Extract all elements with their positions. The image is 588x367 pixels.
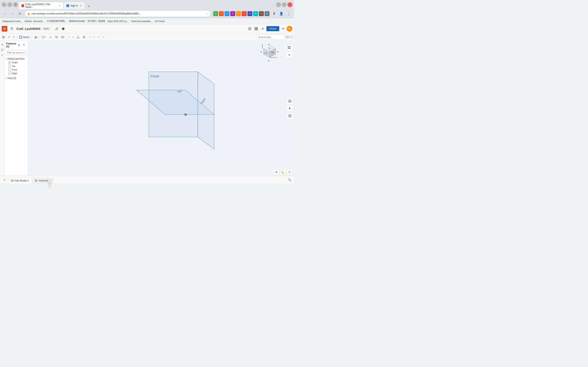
status-btn-3[interactable]: ⓘ <box>287 169 292 175</box>
nav-cube[interactable]: Top Front Right X Z ▲ ▼ ◄ ► <box>261 44 278 60</box>
sidebar-history-btn[interactable]: ⏱ <box>0 53 4 57</box>
share-button[interactable]: Share <box>267 26 279 31</box>
draft-tool[interactable] <box>75 34 81 40</box>
branch-label[interactable]: Main <box>42 27 51 31</box>
ext-9[interactable]: X <box>259 11 264 16</box>
new-tab-button[interactable]: + <box>86 3 92 9</box>
grid-view-icon[interactable] <box>253 26 259 32</box>
svg-point-47 <box>35 180 36 181</box>
tab-part-studio-1[interactable]: Part Studio 1 <box>8 178 31 184</box>
ext-6[interactable]: O <box>242 11 247 16</box>
move-tool[interactable]: ▾ <box>96 34 100 40</box>
tab-sign-in[interactable]: Sign in ✕ <box>64 2 85 9</box>
close-browser-button[interactable]: ✕ <box>287 2 292 7</box>
right-btn-3[interactable] <box>287 113 293 119</box>
ext-3[interactable]: B <box>225 11 229 16</box>
viewport[interactable]: Front Top Right <box>28 41 294 176</box>
features-history-btn[interactable]: ⏱ <box>22 43 26 47</box>
loft-tool[interactable] <box>54 34 60 40</box>
ext-1[interactable]: G <box>213 11 218 16</box>
chamfer-tool[interactable]: ▾ <box>71 34 75 40</box>
features-add-btn[interactable]: ⊞ <box>17 43 21 47</box>
boolean-tool[interactable] <box>60 34 66 40</box>
ext-4[interactable]: E <box>230 11 235 16</box>
bookmark-5[interactable]: 关于我们 - 制造商 <box>87 20 105 23</box>
logo-initial: O <box>3 27 6 30</box>
feature-item-top[interactable]: □ Top <box>4 64 28 68</box>
pattern-tool[interactable]: ▾ <box>89 34 92 40</box>
onshape-logo[interactable]: O <box>2 26 7 32</box>
feature-item-front[interactable]: □ Front <box>4 68 28 72</box>
shell-tool[interactable] <box>81 34 87 40</box>
minimize-button[interactable]: − <box>276 2 281 7</box>
forward-button[interactable]: → <box>7 2 12 7</box>
default-geometry-header[interactable]: ▾ Default geometry <box>4 57 28 60</box>
bookmark-7[interactable]: Turta Documentatio... <box>131 20 152 22</box>
revolve-tool[interactable]: ▾ <box>40 34 47 40</box>
ext-7[interactable]: K <box>247 11 252 16</box>
graduation-icon[interactable]: 🎓 <box>61 26 66 32</box>
tab-close-1[interactable]: ✕ <box>58 4 61 7</box>
right-btn-2[interactable] <box>287 105 293 112</box>
search-tools-input[interactable] <box>256 34 285 40</box>
sidebar-comment-btn[interactable]: 💬 <box>0 48 4 52</box>
cube-nav-up[interactable]: ▲ <box>268 43 270 45</box>
ext-10[interactable]: N <box>265 11 269 16</box>
feature-list-icon[interactable] <box>247 26 252 32</box>
ext-5[interactable]: F <box>236 11 241 16</box>
extrude-tool[interactable]: ▾ <box>33 34 40 40</box>
features-filter-input[interactable] <box>6 50 26 55</box>
fillet-tool[interactable]: ▾ <box>67 34 71 40</box>
view-mode-btn[interactable] <box>286 44 292 51</box>
hamburger-menu[interactable]: ☰ <box>9 26 15 32</box>
tab-close-2[interactable]: ✕ <box>79 4 82 7</box>
reload-button[interactable]: ↻ <box>13 2 18 7</box>
user-avatar[interactable]: CL <box>287 26 292 32</box>
separator-1 <box>17 35 17 39</box>
reload-nav-button[interactable]: ↻ <box>17 11 23 17</box>
svg-rect-13 <box>84 36 85 38</box>
ext-2[interactable]: P <box>219 11 224 16</box>
forward-nav-button[interactable]: → <box>10 11 16 17</box>
bookmark-8[interactable]: K/3 Cloud <box>155 20 164 22</box>
bookmark-2[interactable]: GitHub - Azure/iot... <box>25 20 44 22</box>
sidebar-tools-btn[interactable]: ⊞ <box>0 43 4 46</box>
profile-button[interactable]: 👤 <box>278 11 284 17</box>
cube-nav-right[interactable]: ► <box>277 50 279 53</box>
plus-tool[interactable]: + <box>102 34 105 40</box>
add-tab-button[interactable]: + <box>2 177 7 183</box>
status-btn-1[interactable]: ⊞ <box>274 169 279 175</box>
view-dropdown-btn[interactable]: ▾ <box>286 52 292 58</box>
ext-8[interactable]: D <box>253 11 258 16</box>
bookmark-icon[interactable]: ☆ <box>206 12 208 15</box>
right-btn-1[interactable] <box>287 98 293 104</box>
mirror-tool[interactable]: ▾ <box>93 34 96 40</box>
feature-item-origin[interactable]: ⊕ Origin <box>4 60 28 64</box>
status-btn-2[interactable]: 📐 <box>280 169 286 175</box>
back-button[interactable]: ← <box>2 2 7 7</box>
bookmark-1[interactable]: Dataportal of emb... <box>2 20 22 22</box>
cube-nav-down[interactable]: ▼ <box>268 59 270 62</box>
sweep-tool[interactable] <box>48 34 53 40</box>
sketch-button[interactable]: Sketch <box>18 34 31 40</box>
bookmark-3[interactable]: 土耳其的电气和电... <box>47 20 67 23</box>
bookmark-6[interactable]: Eaton 5PX UPS us... <box>108 20 129 22</box>
svg-point-46 <box>35 180 37 182</box>
settings-icon[interactable]: ⚙ <box>260 26 266 32</box>
link-icon[interactable]: 🔗 <box>54 26 60 32</box>
maximize-button[interactable]: □ <box>282 2 287 7</box>
redo-button[interactable]: ↪ <box>12 34 16 40</box>
address-bar[interactable]: 🔒 cad.onshape.com/documents/947e29bcc1b3… <box>25 10 211 17</box>
feature-item-right[interactable]: □ Right <box>4 72 28 75</box>
undo-button[interactable]: ↩ <box>7 34 11 40</box>
bottom-search-button[interactable]: 🔍 <box>287 177 292 183</box>
bookmark-4[interactable]: 该Makerhareket <box>69 20 85 23</box>
cube-nav-left[interactable]: ◄ <box>260 50 262 53</box>
help-button[interactable]: ? ▾ <box>280 26 286 32</box>
select-tool[interactable] <box>1 34 7 40</box>
tab-part-studio[interactable]: Crail_Lyu240204 | Part Studi... ✕ <box>19 2 64 9</box>
downloads-button[interactable]: ⬇ <box>271 11 277 17</box>
parts-header[interactable]: ▾ Parts (0) <box>4 76 28 80</box>
back-nav-button[interactable]: ← <box>2 11 8 17</box>
menu-button[interactable]: ⋮ <box>286 11 292 17</box>
